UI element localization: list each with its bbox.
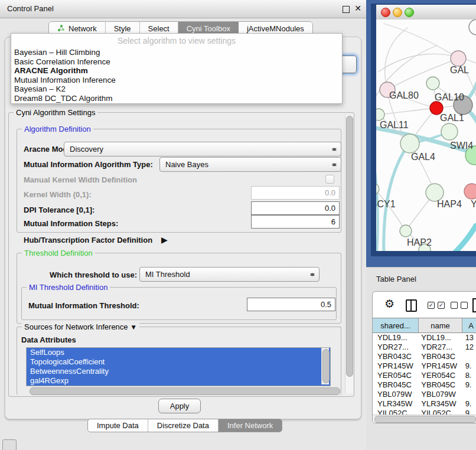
scrollbar-thumb[interactable] <box>374 416 476 423</box>
network-node[interactable] <box>376 184 379 194</box>
attribute-item[interactable]: gal4RGexp <box>27 376 330 386</box>
algorithm-option[interactable]: Dream8 DC_TDC Algorithm <box>11 94 342 103</box>
network-edge[interactable] <box>454 226 476 251</box>
minimize-traffic-light-icon[interactable] <box>393 8 402 17</box>
column-header-name[interactable]: name <box>419 318 462 332</box>
close-icon[interactable]: ✕ <box>354 4 361 13</box>
network-edge[interactable] <box>376 189 406 231</box>
table-row[interactable]: YIL052CYIL052C9. <box>373 408 476 415</box>
table-cell: YDR27... <box>373 343 419 351</box>
table-row[interactable]: YDL19...YDL19...13 <box>373 332 476 342</box>
network-icon <box>57 24 65 34</box>
algorithm-option[interactable]: Basic Correlation Inference <box>11 57 342 67</box>
table-cell: YER054C <box>419 371 462 380</box>
aracne-mode-combo[interactable]: Discovery <box>64 142 341 156</box>
dpi-tolerance-field[interactable]: 0.0 <box>251 201 340 215</box>
node-label: GAL11 <box>380 120 409 130</box>
apply-button[interactable]: Apply <box>158 399 201 413</box>
unchecked-checkbox-icon[interactable] <box>461 302 468 309</box>
network-node[interactable] <box>469 19 476 35</box>
expand-arrow-icon[interactable]: ▶ <box>161 235 168 244</box>
group-title: Sources for Network Inference ▼ <box>22 322 139 331</box>
hub-definition-label[interactable]: Hub/Transcription Factor Definition <box>24 236 152 244</box>
group-title: Threshold Definition <box>22 249 95 257</box>
algorithm-option[interactable]: Bayesian – Hill Climbing <box>11 48 342 57</box>
checked-checkbox-icon[interactable]: ✓ <box>438 302 445 309</box>
attribute-item[interactable]: BetweennessCentrality <box>27 367 330 376</box>
data-attributes-list[interactable]: SelfLoopsTopologicalCoefficientBetweenne… <box>26 347 331 386</box>
which-threshold-label: Which threshold to use: <box>50 270 137 279</box>
tab-impute-data[interactable]: Impute Data <box>88 419 148 432</box>
network-edge[interactable] <box>379 108 436 115</box>
table-cell: YLR345W <box>373 399 419 408</box>
column-header-partial[interactable]: A <box>462 318 476 332</box>
collapse-arrow-icon[interactable]: ▼ <box>130 323 137 331</box>
table-row[interactable]: YLR345WYLR345W9. <box>373 399 476 408</box>
attribute-item[interactable]: TopologicalCoefficient <box>27 357 330 367</box>
docked-panel-button[interactable] <box>2 439 17 450</box>
network-edge[interactable] <box>387 58 458 90</box>
split-columns-icon[interactable] <box>406 299 417 312</box>
network-node[interactable] <box>451 51 466 66</box>
mi-steps-field[interactable]: 6 <box>251 215 340 229</box>
kernel-width-field[interactable]: 0.0 <box>251 186 340 200</box>
table-cell: YPR145W <box>373 361 419 370</box>
table-row[interactable]: YBR043CYBR043C <box>373 351 476 361</box>
network-node[interactable] <box>426 77 439 90</box>
table-row[interactable]: YPR145WYPR145W9. <box>373 361 476 370</box>
network-svg: GALGAL80GAL10GAL1GAL11GAL4SWI4GCY1HAP4YH… <box>376 19 476 251</box>
tab-infer-network[interactable]: Infer Network <box>219 419 282 432</box>
mi-type-combo[interactable]: Naive Bayes <box>159 157 341 172</box>
table-cell: YLR345W <box>419 399 462 408</box>
unchecked-checkbox-icon[interactable] <box>451 302 458 309</box>
network-node[interactable] <box>376 109 384 120</box>
table-cell: YBR045C <box>373 380 419 389</box>
node-label: GAL80 <box>389 90 419 100</box>
tab-label: jActiveMNodules <box>247 24 304 33</box>
table-cell: YER054C <box>373 371 419 380</box>
algorithm-option[interactable]: Bayesian – K2 <box>11 84 342 94</box>
gear-icon[interactable]: ⚙ <box>384 297 395 311</box>
network-node[interactable] <box>400 134 419 153</box>
dropdown-placeholder: Select algorithm to view settings <box>11 34 342 48</box>
settings-horizontal-scrollbar[interactable] <box>28 387 343 394</box>
algorithm-option[interactable]: ARACNE Algorithm <box>11 66 342 76</box>
scrollbar-thumb[interactable] <box>30 387 340 395</box>
mi-threshold-field[interactable]: 0.5 <box>247 298 335 311</box>
field-value: 0.0 <box>325 188 335 197</box>
network-node[interactable] <box>400 225 412 237</box>
network-node[interactable] <box>441 123 458 140</box>
table-row[interactable]: YER054CYER054C8. <box>373 370 476 380</box>
algorithm-option[interactable]: Mutual Information Inference <box>11 76 342 85</box>
table-row[interactable]: YBR045CYBR045C9. <box>373 380 476 389</box>
table-horizontal-scrollbar[interactable] <box>373 415 476 423</box>
float-window-icon[interactable] <box>343 6 350 13</box>
checked-checkbox-icon[interactable]: ✓ <box>428 302 435 309</box>
network-node[interactable] <box>464 184 476 199</box>
node-label: GAL10 <box>435 92 464 102</box>
combo-value: MI Threshold <box>145 270 190 279</box>
network-edge[interactable] <box>384 24 458 58</box>
scrollbar-thumb[interactable] <box>346 116 353 377</box>
table-cell: 9. <box>463 380 476 389</box>
which-threshold-combo[interactable]: MI Threshold <box>139 267 319 282</box>
list-vertical-scrollbar[interactable] <box>321 348 329 384</box>
close-traffic-light-icon[interactable] <box>381 8 390 17</box>
scrollbar-thumb[interactable] <box>322 349 330 383</box>
network-window-titlebar[interactable] <box>376 5 476 20</box>
document-icon[interactable] <box>472 298 476 312</box>
combo-arrows-icon <box>310 270 315 279</box>
settings-vertical-scrollbar[interactable] <box>345 115 353 393</box>
network-window: GALGAL80GAL10GAL1GAL11GAL4SWI4GCY1HAP4YH… <box>371 4 476 256</box>
zoom-traffic-light-icon[interactable] <box>405 8 414 17</box>
control-panel: Control Panel ✕ Network Style Select Cyn… <box>0 0 366 450</box>
table-row[interactable]: YDR27...YDR27...12 <box>373 342 476 351</box>
table-row[interactable]: YBL079WYBL079W <box>373 389 476 399</box>
group-title: Algorithm Definition <box>22 125 93 133</box>
network-canvas[interactable]: GALGAL80GAL10GAL1GAL11GAL4SWI4GCY1HAP4YH… <box>376 19 476 251</box>
column-header-shared-name[interactable]: shared... <box>373 318 419 332</box>
manual-kernel-checkbox[interactable] <box>325 175 334 184</box>
tab-discretize-data[interactable]: Discretize Data <box>148 419 219 432</box>
apply-label: Apply <box>170 402 190 410</box>
attribute-item[interactable]: SelfLoops <box>27 348 330 357</box>
